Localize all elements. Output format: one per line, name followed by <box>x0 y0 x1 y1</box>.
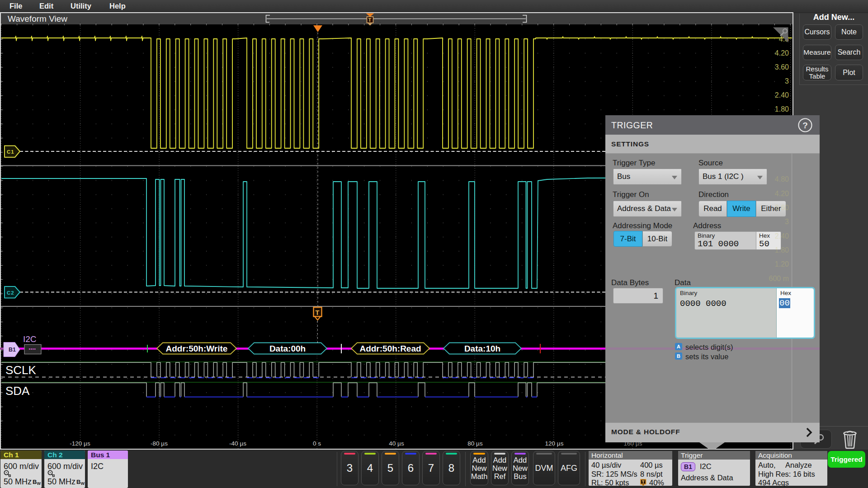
svg-text:3.60: 3.60 <box>775 63 789 71</box>
svg-text:4.20: 4.20 <box>775 49 789 57</box>
svg-text:-80 µs: -80 µs <box>151 440 168 447</box>
svg-text:1.80: 1.80 <box>775 105 789 113</box>
svg-text:?: ? <box>802 121 808 130</box>
svg-text:-40 µs: -40 µs <box>229 440 246 447</box>
svg-text:Addr:50h:Read: Addr:50h:Read <box>359 344 421 353</box>
svg-text:B1: B1 <box>9 347 16 353</box>
svg-text:120 µs: 120 µs <box>545 440 564 447</box>
svg-text:C2: C2 <box>7 290 14 296</box>
svg-text:3: 3 <box>785 77 789 85</box>
svg-text:0 s: 0 s <box>313 440 321 447</box>
svg-text:Data:00h: Data:00h <box>269 344 306 353</box>
svg-text:Data:10h: Data:10h <box>464 344 500 353</box>
svg-text:Addr:50h:Write: Addr:50h:Write <box>166 344 228 353</box>
svg-text:T: T <box>368 17 372 23</box>
svg-text:C1: C1 <box>7 149 14 155</box>
svg-text:40 µs: 40 µs <box>389 440 404 447</box>
svg-text:I2C: I2C <box>23 334 37 344</box>
svg-text:T: T <box>316 309 320 316</box>
svg-text:2.40: 2.40 <box>775 91 789 99</box>
svg-text:-120 µs: -120 µs <box>70 440 90 447</box>
svg-text:80 µs: 80 µs <box>467 440 483 447</box>
